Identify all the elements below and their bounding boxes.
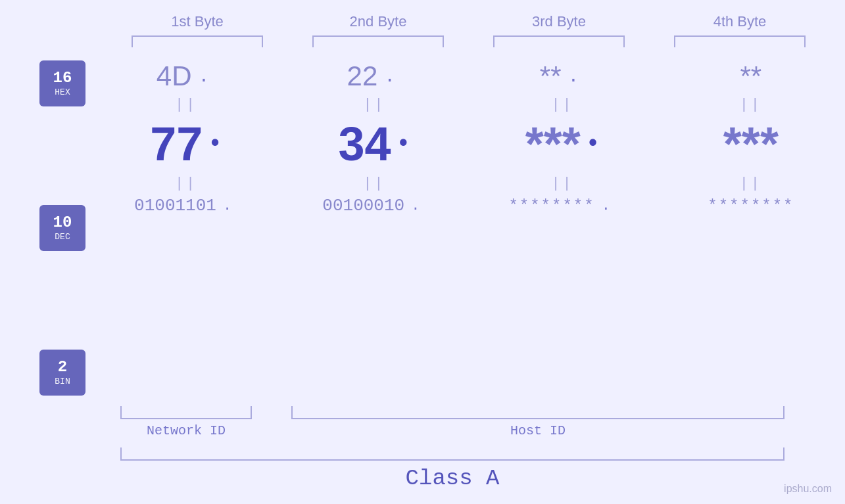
dec-byte1-cell: 77 • <box>114 117 258 171</box>
sep-row-2: || || || || <box>92 173 845 193</box>
byte3-header: 3rd Byte <box>487 13 631 30</box>
bin-dot1: . <box>223 198 231 214</box>
hex-byte3-cell: ** . <box>491 60 635 92</box>
hex-byte1-value: 4D <box>157 60 192 92</box>
bracket-gap <box>252 406 291 419</box>
hex-byte1-cell: 4D . <box>114 60 258 92</box>
hex-dot1: . <box>199 66 210 87</box>
hex-badge: 16 HEX <box>39 60 85 106</box>
bin-badge-label: BIN <box>55 377 70 386</box>
bottom-brackets-row <box>120 406 845 419</box>
dec-badge-number: 10 <box>53 214 72 231</box>
network-id-label: Network ID <box>120 423 252 438</box>
id-labels-row: Network ID Host ID <box>120 423 845 438</box>
sep-row-1: || || || || <box>92 95 845 114</box>
sep1-b3: || <box>491 97 635 113</box>
sep2-b1: || <box>114 175 258 192</box>
dec-byte2-value: 34 <box>339 117 391 171</box>
bracket-top-2 <box>312 35 444 47</box>
dec-byte1-value: 77 <box>150 117 203 171</box>
hex-byte3-value: ** <box>540 60 562 92</box>
dec-row: 77 • 34 • *** • *** <box>92 117 845 171</box>
dec-byte4-value: *** <box>723 117 779 171</box>
byte2-header: 2nd Byte <box>306 13 450 30</box>
bracket-network <box>120 406 252 419</box>
sep2-b2: || <box>302 175 447 192</box>
dec-badge: 10 DEC <box>39 205 85 251</box>
bottom-section: Network ID Host ID Class A <box>0 406 845 491</box>
bin-dot2: . <box>411 198 420 214</box>
byte1-header: 1st Byte <box>125 13 270 30</box>
bin-byte2-value: 00100010 <box>322 196 404 216</box>
data-grid: 16 HEX 10 DEC 2 BIN 4D . <box>0 54 845 396</box>
bin-badge: 2 BIN <box>39 350 85 396</box>
hex-badge-number: 16 <box>53 70 72 87</box>
bracket-top-4 <box>674 35 806 47</box>
dec-badge-label: DEC <box>55 232 70 242</box>
watermark: ipshu.com <box>784 483 832 495</box>
sep1-b1: || <box>114 97 258 113</box>
hex-byte4-value: ** <box>740 60 762 92</box>
host-id-label: Host ID <box>291 423 785 438</box>
hex-byte2-cell: 22 . <box>302 60 447 92</box>
dec-dot3: • <box>586 131 600 158</box>
bracket-top-3 <box>493 35 625 47</box>
dec-byte3-value: *** <box>525 117 581 171</box>
hex-badge-label: HEX <box>55 87 70 97</box>
bracket-top-1 <box>132 35 263 47</box>
badges-column: 16 HEX 10 DEC 2 BIN <box>0 54 92 396</box>
hex-row: 4D . 22 . ** . ** <box>92 60 845 92</box>
bin-dot3: . <box>602 198 610 214</box>
bin-byte1-cell: 01001101 . <box>114 196 258 216</box>
sep2-b4: || <box>679 175 823 192</box>
class-a-label: Class A <box>120 466 785 491</box>
hex-dot3: . <box>568 66 579 87</box>
bin-badge-number: 2 <box>58 359 67 376</box>
bin-row: 01001101 . 00100010 . ******** . *******… <box>92 196 845 216</box>
overall-bracket-wrap: Class A <box>120 447 845 491</box>
bracket-host <box>291 406 785 419</box>
id-gap <box>252 423 291 438</box>
bin-byte3-value: ******** <box>508 197 594 215</box>
byte4-header: 4th Byte <box>667 13 812 30</box>
sep1-b2: || <box>302 97 447 113</box>
bin-byte4-value: ******** <box>708 197 794 215</box>
sep1-b4: || <box>679 97 823 113</box>
dec-dot2: • <box>397 131 411 158</box>
hex-dot2: . <box>384 66 395 87</box>
dec-byte2-cell: 34 • <box>302 117 447 171</box>
bin-byte2-cell: 00100010 . <box>302 196 447 216</box>
top-brackets <box>107 35 831 47</box>
dec-byte3-cell: *** • <box>491 117 635 171</box>
bracket-overall <box>120 447 785 461</box>
sep2-b3: || <box>491 175 635 192</box>
byte-headers: 1st Byte 2nd Byte 3rd Byte 4th Byte <box>107 13 831 30</box>
bin-byte1-value: 01001101 <box>134 196 216 216</box>
main-container: 1st Byte 2nd Byte 3rd Byte 4th Byte 16 H… <box>0 0 845 504</box>
hex-byte2-value: 22 <box>347 60 378 92</box>
dec-dot1: • <box>208 131 222 158</box>
dec-byte4-cell: *** <box>679 117 823 171</box>
bin-byte3-cell: ******** . <box>491 197 635 215</box>
bin-byte4-cell: ******** <box>679 197 823 215</box>
data-columns: 4D . 22 . ** . ** || || || <box>92 54 845 216</box>
hex-byte4-cell: ** <box>679 60 823 92</box>
